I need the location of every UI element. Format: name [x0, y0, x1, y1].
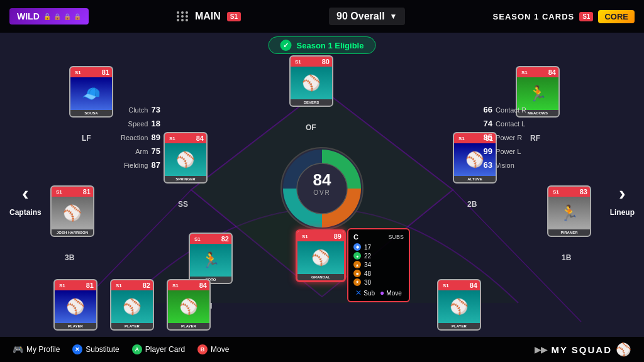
- rf-position: RF: [530, 134, 540, 143]
- bench-rating-3: 84: [199, 282, 207, 289]
- substitute-label: Substitute: [86, 345, 119, 354]
- speed-value: 18: [151, 119, 160, 128]
- b3-rating: 81: [83, 188, 91, 195]
- chevrons-icon: ▶▶: [535, 345, 547, 354]
- bench-img-3: ⚾: [168, 290, 209, 323]
- power-r-stat: 85 Power R: [484, 133, 526, 142]
- sub-star-icon: ★: [353, 278, 361, 286]
- lock-icon-4: 🔒: [74, 13, 81, 20]
- b1-card[interactable]: S1 83 🏃 PIRANER: [547, 185, 591, 237]
- ss-rating: 84: [196, 134, 204, 142]
- clutch-name: Clutch: [128, 106, 148, 114]
- bench-img-1: ⚾: [55, 290, 96, 323]
- power-l-stat: 99 Power L: [484, 146, 526, 156]
- substitute-btn[interactable]: ✕ Substitute: [72, 344, 119, 354]
- bottom-left-controls: 🎮 My Profile ✕ Substitute A Player Card …: [13, 344, 229, 354]
- arm-stat: Arm 75: [121, 146, 160, 156]
- bench-rating-1: 81: [86, 282, 94, 289]
- ss-position: SS: [178, 200, 188, 209]
- sub-button[interactable]: ✕ Sub: [355, 288, 375, 297]
- lf-card[interactable]: S1 81 🧢 SOUSA: [69, 66, 113, 118]
- overall-text: 90 Overall: [336, 11, 385, 22]
- power-l-name: Power L: [496, 148, 521, 155]
- contact-l-name: Contact L: [496, 120, 525, 128]
- nav-left-button[interactable]: ‹ Captains: [9, 182, 42, 217]
- b3-card-name: JOSH HARRISON: [52, 229, 93, 236]
- subs-label: SUBS: [388, 234, 404, 240]
- bench-s1-4: S1: [441, 282, 451, 289]
- speed-stat: Speed 18: [121, 119, 160, 128]
- ss-card[interactable]: S1 84 ⚾ SPRINGER: [164, 132, 208, 184]
- bench-img-2: ⚾: [111, 290, 153, 323]
- x-button-icon: ✕: [72, 344, 82, 354]
- bench-s1-1: S1: [57, 282, 67, 289]
- a-button-icon: A: [132, 344, 142, 354]
- bench-card-2[interactable]: S1 82 ⚾ PLAYER: [110, 279, 154, 331]
- catcher-card[interactable]: S1 89 ⚾ GRANDAL: [296, 229, 346, 282]
- bench-rating-2: 82: [143, 282, 150, 289]
- reaction-stat: Reaction 89: [121, 133, 160, 142]
- ss-card-image: ⚾: [165, 143, 206, 176]
- sub-value-2: 22: [364, 253, 371, 260]
- bench-name-4: PLAYER: [438, 323, 480, 329]
- b1-rating: 83: [580, 188, 587, 195]
- b1-position: 1B: [562, 253, 571, 262]
- nav-right-button[interactable]: › Lineup: [610, 182, 635, 217]
- b3-card[interactable]: S1 81 ⚾ JOSH HARRISON: [50, 185, 94, 237]
- bench-card-4[interactable]: S1 84 ⚾ PLAYER: [437, 279, 481, 331]
- sub-btn-label: Sub: [364, 290, 375, 297]
- vision-value: 63: [484, 160, 492, 170]
- catcher-card-name: GRANDAL: [297, 274, 344, 280]
- player-card-btn[interactable]: A Player Card: [132, 344, 185, 354]
- lf-card-name: SOUSA: [70, 110, 112, 116]
- b1-card-name: PIRANER: [548, 229, 590, 236]
- dh-s1-badge: S1: [192, 236, 203, 243]
- catcher-rating: 89: [334, 233, 341, 240]
- nav-left-chevron: ‹: [22, 182, 29, 205]
- b-icon: ●: [380, 288, 384, 297]
- move-button[interactable]: ● Move: [380, 288, 402, 297]
- cf-card[interactable]: S1 80 ⚾ DEVERS: [289, 55, 333, 107]
- contact-r-name: Contact R: [496, 106, 526, 114]
- stats-wheel: 84 OVR: [278, 145, 366, 233]
- bench-card-1[interactable]: S1 81 ⚾ PLAYER: [53, 279, 97, 331]
- overall-section[interactable]: 90 Overall ▼: [329, 8, 404, 25]
- sub-value-1: 17: [364, 244, 371, 251]
- arm-name: Arm: [135, 148, 148, 155]
- wild-badge[interactable]: WILD 🔓 🔒 🔒 🔒: [9, 8, 89, 25]
- arm-value: 75: [151, 146, 160, 156]
- check-icon: ✓: [280, 40, 292, 51]
- top-bar: WILD 🔓 🔒 🔒 🔒 MAIN S1 90 Overall ▼ SEASON…: [0, 0, 644, 33]
- bench-name-3: PLAYER: [168, 323, 209, 329]
- ss-card-name: SPRINGER: [165, 176, 206, 182]
- controller-icon: 🎮: [13, 344, 23, 354]
- clutch-stat: Clutch 73: [121, 105, 160, 114]
- bench-name-2: PLAYER: [111, 323, 153, 329]
- move-btn[interactable]: B Move: [197, 344, 229, 354]
- sub-popup: C SUBS ◆ 17 ● 22 ▲ 34 ■ 48 ★ 30 ✕ Sub ● …: [347, 228, 410, 302]
- chevron-down-icon: ▼: [390, 12, 397, 21]
- cf-rating: 80: [322, 58, 330, 65]
- bench-s1-2: S1: [114, 282, 124, 289]
- lineup-label: Lineup: [610, 208, 635, 217]
- contact-l-stat: 74 Contact L: [484, 119, 526, 128]
- sub-item-1: ◆ 17: [353, 243, 404, 251]
- sub-triangle-icon: ▲: [353, 261, 361, 268]
- sub-item-3: ▲ 34: [353, 261, 404, 268]
- reaction-name: Reaction: [121, 134, 148, 141]
- b2-card-name: ALTUVE: [454, 176, 496, 182]
- lf-rating: 81: [102, 69, 109, 76]
- vision-stat: 63 Vision: [484, 160, 526, 170]
- power-r-name: Power R: [496, 134, 522, 141]
- cf-s1-badge: S1: [293, 58, 303, 65]
- sub-circle-icon: ●: [353, 252, 361, 260]
- rf-s1-badge: S1: [519, 69, 530, 76]
- speed-name: Speed: [128, 120, 148, 128]
- sub-item-2: ● 22: [353, 252, 404, 260]
- my-profile-btn[interactable]: 🎮 My Profile: [13, 344, 60, 354]
- sub-value-3: 34: [364, 261, 371, 268]
- eligible-text: Season 1 Eligible: [297, 41, 364, 50]
- bench-card-3[interactable]: S1 84 ⚾ PLAYER: [167, 279, 211, 331]
- svg-text:84: 84: [313, 170, 331, 189]
- catcher-card-image: ⚾: [297, 241, 344, 274]
